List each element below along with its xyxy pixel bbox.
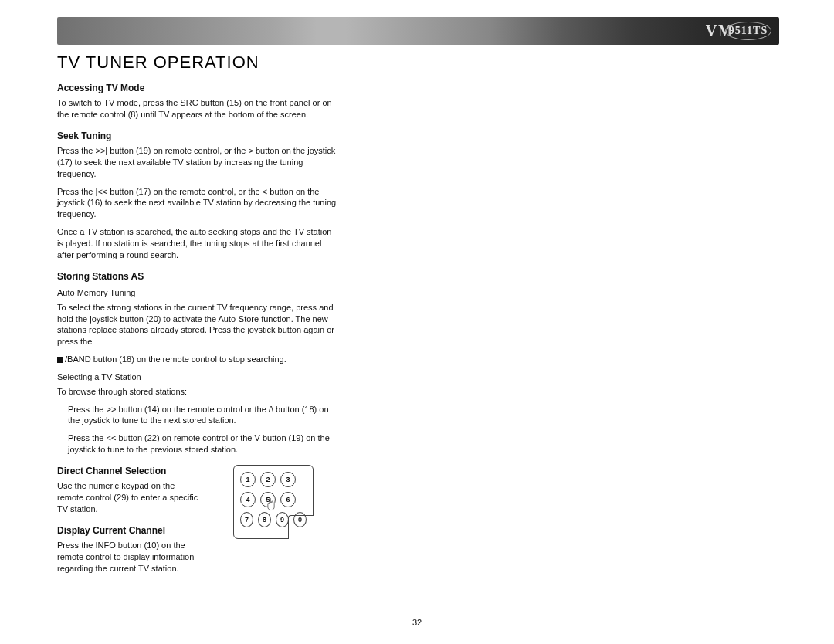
model-rest: 9511TS <box>725 22 771 40</box>
band-line: /BAND button (18) on the remote control … <box>65 354 286 364</box>
keypad-key: 6 <box>280 492 296 507</box>
keypad-key: 8 <box>258 512 271 527</box>
para: To switch to TV mode, press the SRC butt… <box>57 97 339 120</box>
cursor-hand-icon <box>266 497 276 511</box>
keypad-row: 7 8 9 0 <box>240 512 307 527</box>
subheading: Selecting a TV Station <box>57 371 339 383</box>
heading-seek: Seek Tuning <box>57 130 339 142</box>
para: Once a TV station is searched, the auto … <box>57 226 339 261</box>
keypad-key: 9 <box>276 512 289 527</box>
para: Use the numeric keypad on the remote con… <box>57 480 200 515</box>
stop-band-icon <box>57 357 63 363</box>
header-bar: VM9511TS <box>57 17 779 45</box>
keypad-key: 4 <box>240 492 256 507</box>
page-title: TV TUNER OPERATION <box>57 53 788 73</box>
para: /BAND button (18) on the remote control … <box>57 354 339 365</box>
para: Press the >>| button (19) on remote cont… <box>57 145 339 180</box>
list-item: Press the << button (22) on remote contr… <box>68 432 339 456</box>
page-number: 32 <box>0 618 834 627</box>
para: To select the strong stations in the cur… <box>57 302 339 347</box>
keypad-key: 1 <box>240 472 256 487</box>
subheading: Auto Memory Tuning <box>57 287 339 299</box>
content-column: Accessing TV Mode To switch to TV mode, … <box>57 82 339 574</box>
keypad-key: 0 <box>293 512 307 527</box>
para: Press the INFO button (10) on the remote… <box>57 540 200 575</box>
keypad-key: 2 <box>260 472 276 487</box>
keypad-row: 1 2 3 <box>240 472 307 487</box>
heading-storing: Storing Stations AS <box>57 270 339 283</box>
para: Press the |<< button (17) on the remote … <box>57 186 339 221</box>
keypad-key: 7 <box>240 512 253 527</box>
indent-list: Press the >> button (14) on the remote c… <box>57 404 339 456</box>
keypad-key: 3 <box>280 472 296 487</box>
keypad-figure: 1 2 3 4 5 6 7 8 9 0 <box>233 465 314 539</box>
list-item: Press the >> button (14) on the remote c… <box>68 404 339 427</box>
model-badge: VM9511TS <box>706 22 771 40</box>
bottom-block: 1 2 3 4 5 6 7 8 9 0 <box>57 465 339 574</box>
para: To browse through stored stations: <box>57 386 339 398</box>
heading-accessing: Accessing TV Mode <box>57 82 339 94</box>
